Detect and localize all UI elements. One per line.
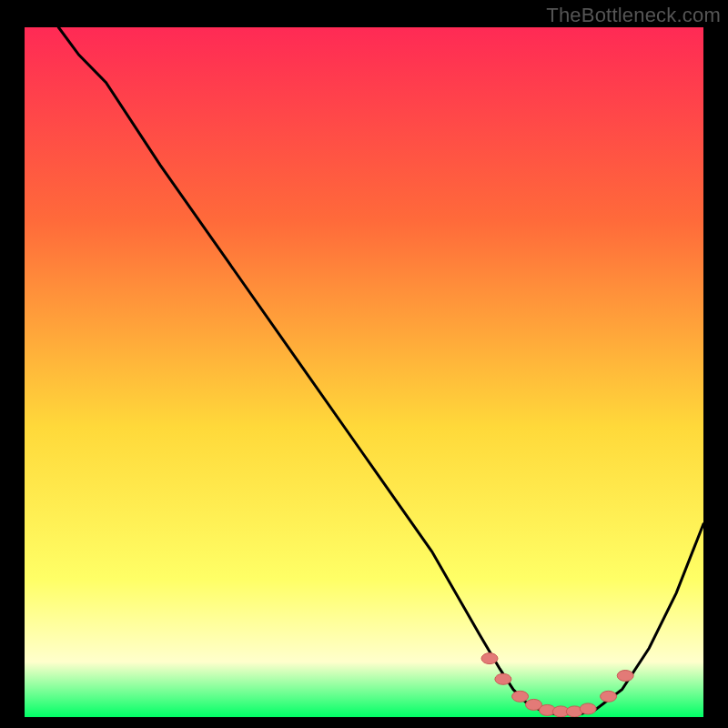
chart-stage: TheBottleneck.com [0, 0, 728, 728]
marker-dot [580, 703, 596, 714]
bottleneck-chart [0, 0, 728, 728]
attribution-label: TheBottleneck.com [546, 4, 721, 27]
marker-dot [512, 691, 529, 702]
plot-area [25, 27, 703, 717]
marker-dot [495, 673, 511, 684]
marker-dot [601, 691, 617, 702]
marker-dot [617, 671, 633, 682]
marker-dot [481, 653, 498, 664]
